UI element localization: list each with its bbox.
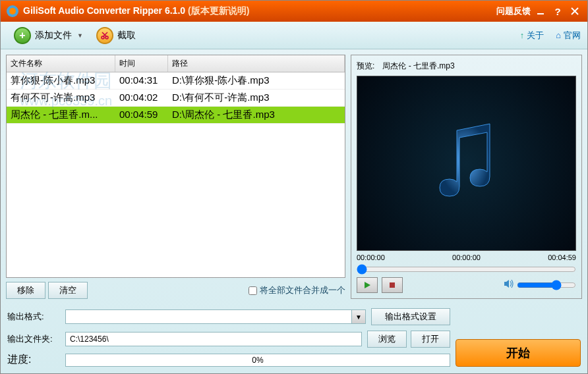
main-area: 河东软件园 www.pc0359.cn 文件名称 时间 路径 算你狠-陈小春.m… xyxy=(1,49,587,304)
output-folder-row: 输出文件夹: 浏览 打开 xyxy=(7,331,450,348)
home-icon: ⌂ xyxy=(556,30,561,40)
merge-checkbox[interactable]: 将全部文件合并成一个 xyxy=(249,284,345,296)
file-name-cell: 周杰伦 - 七里香.m... xyxy=(7,107,115,123)
speaker-icon[interactable] xyxy=(504,279,514,291)
col-time[interactable]: 时间 xyxy=(115,55,168,72)
svg-marker-9 xyxy=(365,282,370,288)
progress-label: 进度: xyxy=(7,353,60,367)
table-row[interactable]: 周杰伦 - 七里香.m...00:04:59D:\周杰伦 - 七里香.mp3 xyxy=(7,107,345,124)
help-button[interactable]: ? xyxy=(550,5,565,17)
svg-marker-11 xyxy=(504,280,509,288)
col-path[interactable]: 路径 xyxy=(168,55,345,72)
output-folder-input[interactable] xyxy=(65,332,362,346)
website-label: 官网 xyxy=(564,30,581,41)
up-arrow-icon: ↑ xyxy=(520,30,525,40)
file-path-cell: D:\有何不可-许嵩.mp3 xyxy=(168,90,345,106)
file-path-cell: D:\周杰伦 - 七里香.mp3 xyxy=(168,107,345,123)
file-time-cell: 00:04:02 xyxy=(115,90,168,106)
open-button[interactable]: 打开 xyxy=(411,331,450,348)
file-list: 河东软件园 www.pc0359.cn 文件名称 时间 路径 算你狠-陈小春.m… xyxy=(6,55,345,278)
volume-slider[interactable] xyxy=(517,280,576,290)
time-total: 00:04:59 xyxy=(548,254,576,261)
version-note[interactable]: (版本更新说明) xyxy=(188,5,249,16)
play-button[interactable] xyxy=(357,277,378,293)
browse-button[interactable]: 浏览 xyxy=(367,331,407,348)
trim-label: 截取 xyxy=(117,30,136,41)
output-format-input[interactable] xyxy=(65,309,351,324)
preview-header: 预览: 周杰伦 - 七里香.mp3 xyxy=(357,61,576,76)
app-icon xyxy=(6,5,19,18)
time-current: 00:00:00 xyxy=(357,254,385,261)
progress-value: 0% xyxy=(252,356,263,365)
output-format-label: 输出格式: xyxy=(7,311,60,323)
music-note-icon xyxy=(430,120,503,206)
file-time-cell: 00:04:31 xyxy=(115,72,168,89)
output-folder-label: 输出文件夹: xyxy=(7,333,60,345)
preview-panel: 预览: 周杰伦 - 七里香.mp3 00:00:00 00:00:00 00:0… xyxy=(351,55,582,299)
svg-rect-10 xyxy=(390,282,395,288)
svg-point-1 xyxy=(9,8,16,14)
website-link[interactable]: ⌂ 官网 xyxy=(556,30,581,41)
stop-button[interactable] xyxy=(382,277,403,293)
add-file-label: 添加文件 xyxy=(35,30,72,41)
scissors-icon xyxy=(96,27,113,44)
file-panel: 河东软件园 www.pc0359.cn 文件名称 时间 路径 算你狠-陈小春.m… xyxy=(6,55,345,299)
app-name-text: GiliSoft Audio Converter Ripper 6.1.0 xyxy=(23,5,185,16)
plus-icon: + xyxy=(14,27,31,44)
chevron-down-icon[interactable]: ▼ xyxy=(351,309,366,324)
playback-controls xyxy=(357,277,576,293)
preview-label: 预览: xyxy=(357,61,374,72)
start-button[interactable]: 开始 xyxy=(456,339,581,367)
file-name-cell: 算你狠-陈小春.mp3 xyxy=(7,72,115,89)
col-name[interactable]: 文件名称 xyxy=(7,55,115,72)
file-list-buttons: 移除 清空 将全部文件合并成一个 xyxy=(6,282,345,299)
toolbar: + 添加文件 ▼ 截取 ↑ 关于 ⌂ 官网 xyxy=(1,22,587,49)
output-format-row: 输出格式: ▼ 输出格式设置 xyxy=(7,308,450,325)
file-list-header: 文件名称 时间 路径 xyxy=(7,55,345,72)
time-row: 00:00:00 00:00:00 00:04:59 xyxy=(357,251,576,264)
preview-display xyxy=(357,76,576,251)
app-window: GiliSoft Audio Converter Ripper 6.1.0 (版… xyxy=(0,0,588,374)
about-label: 关于 xyxy=(527,30,544,41)
merge-checkbox-input[interactable] xyxy=(249,286,257,295)
time-mid: 00:00:00 xyxy=(452,254,481,261)
output-format-combo[interactable]: ▼ xyxy=(65,309,366,324)
remove-button[interactable]: 移除 xyxy=(6,282,45,299)
file-name-cell: 有何不可-许嵩.mp3 xyxy=(7,90,115,106)
merge-label: 将全部文件合并成一个 xyxy=(260,284,345,296)
trim-button[interactable]: 截取 xyxy=(90,24,142,47)
minimize-button[interactable] xyxy=(533,5,548,17)
app-title: GiliSoft Audio Converter Ripper 6.1.0 (版… xyxy=(23,5,496,17)
table-row[interactable]: 算你狠-陈小春.mp300:04:31D:\算你狠-陈小春.mp3 xyxy=(7,72,345,90)
chevron-down-icon: ▼ xyxy=(77,32,83,39)
file-path-cell: D:\算你狠-陈小春.mp3 xyxy=(168,72,345,89)
close-button[interactable] xyxy=(568,5,582,17)
feedback-link[interactable]: 问题反馈 xyxy=(496,5,531,17)
svg-rect-2 xyxy=(537,13,544,14)
titlebar: GiliSoft Audio Converter Ripper 6.1.0 (版… xyxy=(1,1,587,22)
bottom-panel: 输出格式: ▼ 输出格式设置 输出文件夹: 浏览 打开 进度 xyxy=(1,304,587,373)
about-link[interactable]: ↑ 关于 xyxy=(520,30,544,41)
preview-filename: 周杰伦 - 七里香.mp3 xyxy=(382,61,454,72)
table-row[interactable]: 有何不可-许嵩.mp300:04:02D:\有何不可-许嵩.mp3 xyxy=(7,90,345,107)
progress-row: 进度: 0% xyxy=(7,353,450,367)
clear-button[interactable]: 清空 xyxy=(48,282,88,299)
add-file-button[interactable]: + 添加文件 ▼ xyxy=(7,24,90,47)
toolbar-right: ↑ 关于 ⌂ 官网 xyxy=(520,30,581,41)
volume-control xyxy=(504,279,576,291)
file-time-cell: 00:04:59 xyxy=(115,107,168,123)
file-rows: 算你狠-陈小春.mp300:04:31D:\算你狠-陈小春.mp3有何不可-许嵩… xyxy=(7,72,345,277)
seek-slider[interactable] xyxy=(357,264,576,275)
progress-bar: 0% xyxy=(65,354,450,367)
output-format-settings-button[interactable]: 输出格式设置 xyxy=(371,308,450,325)
